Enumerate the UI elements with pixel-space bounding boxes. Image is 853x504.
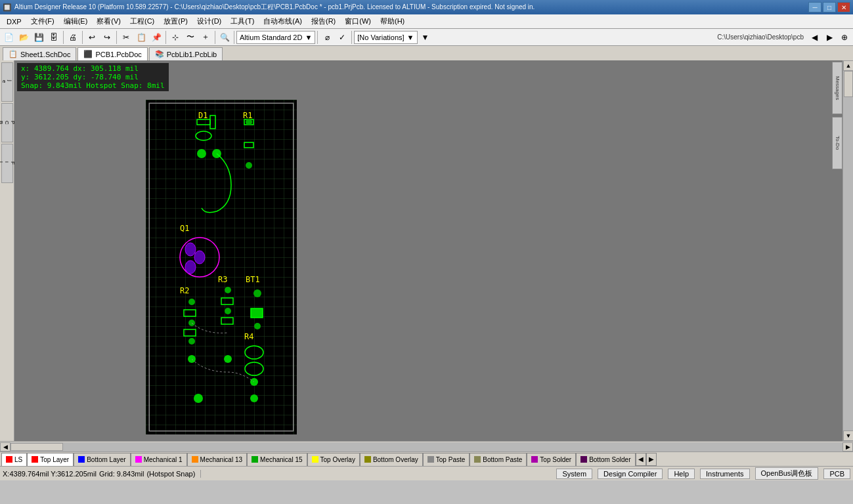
layer-color-4: [192, 456, 198, 463]
status-btn-help[interactable]: Help: [668, 469, 695, 479]
dy-val: -78.740 mil: [91, 73, 139, 81]
x-val: 4389.764: [34, 64, 69, 73]
wire-btn[interactable]: 〜: [183, 30, 198, 45]
layer-tab-top-solder[interactable]: Top Solder: [527, 453, 576, 466]
layer-tab-top-paste[interactable]: Top Paste: [423, 453, 470, 466]
r4-label: R4: [244, 332, 253, 341]
tab-pcblib1pcblib[interactable]: 📚PcbLib1.PcbLib: [149, 47, 223, 60]
tab-pcb1pcbdoc[interactable]: ⬛PCB1.PcbDoc: [77, 47, 147, 60]
variation-dropdown[interactable]: [No Variations] ▼: [354, 31, 417, 44]
q1-pad2: [194, 251, 205, 264]
layer-tab-mechanical-1[interactable]: Mechanical 1: [131, 453, 187, 466]
hscroll-thumb[interactable]: [11, 443, 63, 451]
layer-tab-mechanical-13[interactable]: Mechanical 13: [187, 453, 247, 466]
layer-color-7: [364, 456, 371, 463]
layer-color-6: [312, 456, 318, 463]
menu-item-v[interactable]: 察看(V): [93, 15, 125, 28]
drc-btn[interactable]: ✓: [335, 30, 349, 45]
layer-color-9: [474, 456, 481, 463]
sep8: [351, 31, 352, 44]
maximize-button[interactable]: □: [823, 2, 836, 12]
save-all-btn[interactable]: 🗄: [47, 30, 61, 45]
hscroll-track[interactable]: [11, 442, 842, 452]
layer-tab-bottom-solder[interactable]: Bottom Solder: [576, 453, 635, 466]
dx-val: 305.118 mil: [91, 64, 139, 73]
r2-pad1: [188, 299, 195, 305]
nav-back-btn[interactable]: ◀: [807, 30, 821, 45]
print-btn[interactable]: 🖨: [66, 30, 80, 45]
hscroll-right-btn[interactable]: ▶: [842, 442, 853, 452]
status-btn-system[interactable]: System: [556, 469, 592, 479]
todo-float-tab[interactable]: To-Do: [832, 117, 842, 169]
view-dropdown[interactable]: Altium Standard 2D ▼: [236, 31, 315, 44]
tab-sheet1schdoc[interactable]: 📋Sheet1.SchDoc: [3, 47, 76, 60]
nav-fwd-btn[interactable]: ▶: [822, 30, 837, 45]
status-coords: X:4389.764mil Y:3612.205mil Grid: 9.843m…: [3, 470, 201, 478]
tab-label-0: Sheet1.SchDoc: [20, 51, 70, 58]
menu-item-c[interactable]: 工程(C): [126, 15, 158, 28]
layer-tab-ls[interactable]: LS: [1, 453, 27, 466]
minimize-button[interactable]: ─: [808, 2, 821, 12]
menu-item-e[interactable]: 编辑(E): [60, 15, 92, 28]
menu-item-a[interactable]: 自动布线(A): [259, 15, 306, 28]
var-btn[interactable]: ▼: [418, 30, 433, 45]
status-btn-instruments[interactable]: Instruments: [700, 469, 749, 479]
menu-item-dxp[interactable]: DXP: [3, 16, 26, 27]
pcb-tab[interactable]: PCB: [1, 103, 13, 142]
new-btn[interactable]: 📄: [1, 30, 16, 45]
paste-btn[interactable]: 📌: [149, 30, 164, 45]
status-btn-designcompiler[interactable]: Design Compiler: [598, 469, 663, 479]
zoom-in-btn[interactable]: 🔍: [217, 30, 232, 45]
pcb-board: D1 R1 Q1: [146, 100, 297, 434]
redo-btn[interactable]: ↪: [100, 30, 114, 45]
layer-nav-right[interactable]: ▶: [646, 453, 657, 466]
r1-pad2: [246, 162, 252, 169]
projects-tab[interactable]: Projects: [1, 62, 13, 102]
menu-item-d[interactable]: 设计(D): [193, 15, 225, 28]
status-snap: (Hotspot Snap): [146, 470, 195, 478]
hscroll-left-btn[interactable]: ◀: [0, 442, 11, 452]
messages-float-tab[interactable]: Messages: [832, 62, 842, 114]
scroll-up-btn[interactable]: ▲: [843, 60, 853, 71]
place-btn[interactable]: ＋: [198, 30, 213, 45]
layer-label-6: Top Overlay: [320, 456, 355, 463]
menu-item-f[interactable]: 文件(F): [27, 15, 58, 28]
dy-label: dy:: [73, 73, 91, 81]
layer-tab-bottom-overlay[interactable]: Bottom Overlay: [360, 453, 423, 466]
scroll-thumb[interactable]: [844, 71, 853, 97]
layer-tab-mechanical-15[interactable]: Mechanical 15: [247, 453, 307, 466]
bt1-pad3: [254, 323, 261, 329]
menu-item-r[interactable]: 报告(R): [307, 15, 339, 28]
menu-item-h[interactable]: 帮助(H): [376, 15, 408, 28]
cut-btn[interactable]: ✂: [119, 30, 133, 45]
layer-tab-top-layer[interactable]: Top Layer: [27, 453, 74, 466]
pcb-filter-tab[interactable]: PCBFilter: [1, 144, 13, 183]
layer-nav-left[interactable]: ◀: [636, 453, 646, 466]
scroll-track[interactable]: [843, 71, 853, 430]
menu-item-t[interactable]: 工具(T): [227, 15, 258, 28]
layer-color-8: [427, 456, 434, 463]
d1-label: D1: [198, 111, 208, 120]
sep4: [165, 31, 166, 44]
status-btn-pcb[interactable]: PCB: [823, 469, 850, 479]
sep6: [234, 31, 234, 44]
layer-tab-bottom-paste[interactable]: Bottom Paste: [470, 453, 527, 466]
tab-icon-2: 📚: [155, 50, 164, 58]
scroll-down-btn[interactable]: ▼: [843, 430, 853, 441]
layer-tab-bottom-layer[interactable]: Bottom Layer: [74, 453, 130, 466]
layer-tab-top-overlay[interactable]: Top Overlay: [307, 453, 360, 466]
close-button[interactable]: ✕: [837, 2, 850, 12]
select-btn[interactable]: ⊹: [168, 30, 183, 45]
canvas-area[interactable]: x: 4389.764 dx: 305.118 mil y: 3612.205 …: [14, 60, 842, 441]
save-btn[interactable]: 💾: [32, 30, 46, 45]
pad1: [197, 149, 206, 158]
menu-item-w[interactable]: 窗口(W): [341, 15, 375, 28]
undo-btn[interactable]: ↩: [85, 30, 99, 45]
status-btn-openbus[interactable]: OpenBus调色板: [755, 467, 819, 480]
nav-extra-btn[interactable]: ⊕: [837, 30, 852, 45]
copy-btn[interactable]: 📋: [134, 30, 148, 45]
r1-pad1: [246, 119, 252, 125]
route-btn[interactable]: ⌀: [320, 30, 334, 45]
open-btn[interactable]: 📂: [16, 30, 31, 45]
menu-item-p[interactable]: 放置(P): [160, 15, 192, 28]
